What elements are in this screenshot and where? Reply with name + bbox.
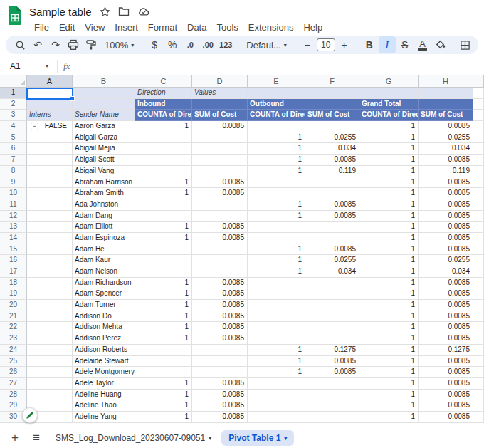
cell-D14[interactable]: 0.0085 bbox=[192, 233, 248, 244]
cell-G15[interactable]: 1 bbox=[359, 244, 419, 256]
cell-H28[interactable]: 0.0085 bbox=[419, 390, 473, 401]
cell-D8[interactable] bbox=[192, 166, 248, 177]
cell-fill-28[interactable] bbox=[473, 390, 484, 401]
cell-F22[interactable] bbox=[305, 322, 359, 333]
row-header-5[interactable]: 5 bbox=[0, 132, 27, 144]
row-header-4[interactable]: 4 bbox=[0, 121, 27, 132]
row-header-8[interactable]: 8 bbox=[0, 166, 27, 177]
cell-A16[interactable] bbox=[27, 255, 73, 266]
cell-D17[interactable] bbox=[192, 266, 248, 278]
column-header-A[interactable]: A bbox=[27, 75, 73, 88]
cell-fill-7[interactable] bbox=[473, 155, 484, 166]
cell-B20[interactable]: Adam Turner bbox=[73, 300, 135, 311]
column-header-D[interactable]: D bbox=[192, 75, 248, 88]
cell-G21[interactable]: 1 bbox=[359, 311, 419, 323]
cell-B7[interactable]: Abigail Scott bbox=[73, 155, 135, 166]
menu-format[interactable]: Format bbox=[143, 21, 182, 34]
collapse-group-button[interactable]: − bbox=[31, 123, 38, 130]
cell-F12[interactable]: 0.0085 bbox=[305, 211, 359, 222]
cell-F7[interactable]: 0.0085 bbox=[305, 155, 359, 166]
column-header-partial[interactable] bbox=[473, 75, 484, 88]
cell-E3[interactable]: COUNTA of Direction bbox=[248, 110, 305, 121]
star-icon[interactable] bbox=[100, 6, 110, 17]
row-header-18[interactable]: 18 bbox=[0, 278, 27, 289]
cell-G14[interactable]: 1 bbox=[359, 233, 419, 244]
cell-F26[interactable]: 0.0085 bbox=[305, 367, 359, 378]
cell-fill-25[interactable] bbox=[473, 356, 484, 368]
cell-H11[interactable]: 0.0085 bbox=[419, 199, 473, 211]
cell-H4[interactable]: 0.0085 bbox=[419, 121, 473, 132]
cell-D2[interactable] bbox=[192, 99, 248, 110]
cell-A27[interactable] bbox=[27, 378, 73, 390]
cell-G27[interactable]: 1 bbox=[359, 378, 419, 390]
cell-E21[interactable] bbox=[248, 311, 305, 323]
cell-D15[interactable] bbox=[192, 244, 248, 256]
cell-D20[interactable]: 0.0085 bbox=[192, 300, 248, 311]
cell-C25[interactable] bbox=[135, 356, 192, 368]
cell-B1[interactable] bbox=[73, 88, 135, 99]
cell-A11[interactable] bbox=[27, 199, 73, 211]
cell-D11[interactable] bbox=[192, 199, 248, 211]
font-size-input[interactable]: 10 bbox=[317, 38, 335, 51]
cell-fill-17[interactable] bbox=[473, 266, 484, 278]
cell-F15[interactable]: 0.0085 bbox=[305, 244, 359, 256]
row-header-20[interactable]: 20 bbox=[0, 300, 27, 311]
cell-B18[interactable]: Adam Richardson bbox=[73, 278, 135, 289]
cell-H30[interactable]: 0.0085 bbox=[419, 412, 473, 423]
cell-G24[interactable]: 1 bbox=[359, 345, 419, 356]
cell-D6[interactable] bbox=[192, 143, 248, 155]
row-header-22[interactable]: 22 bbox=[0, 322, 27, 333]
cell-G6[interactable]: 1 bbox=[359, 143, 419, 155]
cell-E22[interactable] bbox=[248, 322, 305, 333]
cell-A8[interactable] bbox=[27, 166, 73, 177]
row-header-1[interactable]: 1 bbox=[0, 88, 27, 99]
name-box[interactable]: A1 ▾ bbox=[7, 61, 51, 71]
cell-F6[interactable]: 0.034 bbox=[305, 143, 359, 155]
cell-G29[interactable]: 1 bbox=[359, 400, 419, 412]
menu-file[interactable]: File bbox=[29, 21, 54, 34]
cell-A12[interactable] bbox=[27, 211, 73, 222]
cell-H17[interactable]: 0.034 bbox=[419, 266, 473, 278]
cell-fill-20[interactable] bbox=[473, 300, 484, 311]
cell-A9[interactable] bbox=[27, 177, 73, 189]
cell-A23[interactable] bbox=[27, 333, 73, 345]
cell-D16[interactable] bbox=[192, 255, 248, 266]
search-icon[interactable] bbox=[11, 36, 28, 53]
cell-C18[interactable]: 1 bbox=[135, 278, 192, 289]
row-header-10[interactable]: 10 bbox=[0, 188, 27, 199]
cell-B30[interactable]: Adeline Yang bbox=[73, 412, 135, 423]
cell-fill-27[interactable] bbox=[473, 378, 484, 390]
cell-B13[interactable]: Adam Elliott bbox=[73, 222, 135, 233]
sheets-logo[interactable] bbox=[7, 6, 23, 28]
row-header-26[interactable]: 26 bbox=[0, 367, 27, 378]
cell-H5[interactable]: 0.0255 bbox=[419, 132, 473, 144]
cell-F29[interactable] bbox=[305, 400, 359, 412]
column-header-H[interactable]: H bbox=[419, 75, 473, 88]
cell-D24[interactable] bbox=[192, 345, 248, 356]
cell-C9[interactable]: 1 bbox=[135, 177, 192, 189]
cell-fill-29[interactable] bbox=[473, 400, 484, 412]
cell-B11[interactable]: Ada Johnston bbox=[73, 199, 135, 211]
cell-B22[interactable]: Addison Mehta bbox=[73, 322, 135, 333]
cell-H10[interactable]: 0.0085 bbox=[419, 188, 473, 199]
menu-view[interactable]: View bbox=[80, 21, 110, 34]
cell-G7[interactable]: 1 bbox=[359, 155, 419, 166]
cell-C27[interactable]: 1 bbox=[135, 378, 192, 390]
cell-A26[interactable] bbox=[27, 367, 73, 378]
cell-E17[interactable]: 1 bbox=[248, 266, 305, 278]
cell-E28[interactable] bbox=[248, 390, 305, 401]
row-header-25[interactable]: 25 bbox=[0, 356, 27, 368]
redo-button[interactable]: ↷ bbox=[47, 36, 64, 53]
cell-H2[interactable] bbox=[419, 99, 473, 110]
column-header-G[interactable]: G bbox=[359, 75, 419, 88]
cell-H12[interactable]: 0.0085 bbox=[419, 211, 473, 222]
cell-H13[interactable]: 0.0085 bbox=[419, 222, 473, 233]
cell-A24[interactable] bbox=[27, 345, 73, 356]
cell-H9[interactable]: 0.0085 bbox=[419, 177, 473, 189]
cell-F13[interactable] bbox=[305, 222, 359, 233]
cell-A1[interactable] bbox=[27, 88, 73, 99]
cell-fill-10[interactable] bbox=[473, 188, 484, 199]
increase-decimal-button[interactable]: .00 bbox=[199, 36, 216, 53]
cell-C30[interactable]: 1 bbox=[135, 412, 192, 423]
decrease-font-size-button[interactable]: − bbox=[299, 36, 316, 53]
